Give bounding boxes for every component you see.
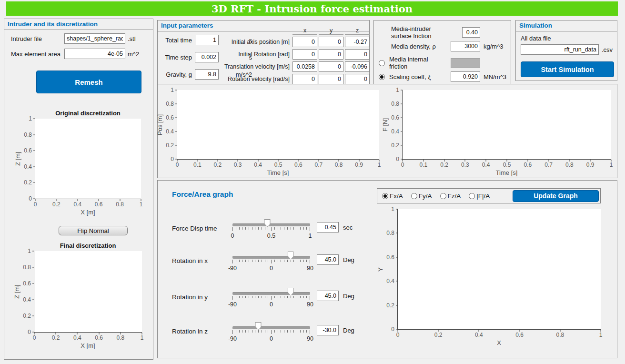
vector-value-input[interactable] xyxy=(292,61,317,72)
slider-tick xyxy=(265,296,265,298)
y-tick-mark xyxy=(401,104,403,104)
y-tick-mark xyxy=(32,283,34,284)
slider-tick xyxy=(306,260,307,262)
radio-option-fa[interactable]: |F|/A xyxy=(469,192,490,200)
slider-track[interactable] xyxy=(232,223,310,226)
slider-value-input[interactable] xyxy=(317,291,339,301)
vector-value-input[interactable] xyxy=(345,74,370,84)
vector-value-input[interactable] xyxy=(319,61,343,72)
slider-thumb[interactable] xyxy=(288,252,294,259)
surface-friction-label: Media-intruder surface friction xyxy=(391,25,447,40)
radio-fxa-icon[interactable] xyxy=(382,193,388,199)
vector-axis-header: x xyxy=(292,27,317,35)
y-tick-mark xyxy=(33,166,35,167)
vector-value-input[interactable] xyxy=(292,49,317,60)
slider-rotation-in-x[interactable]: -90090 xyxy=(232,253,310,271)
vector-value-input[interactable] xyxy=(319,37,343,47)
vector-value-input[interactable] xyxy=(319,74,343,84)
radio-option-fya[interactable]: Fy/A xyxy=(411,192,432,200)
slider-rotation-in-y[interactable]: -90090 xyxy=(232,289,310,307)
slider-tick xyxy=(291,296,291,298)
slider-tick xyxy=(278,260,278,262)
x-tick-label: 0.6 xyxy=(95,202,103,207)
slider-row-force-disp-time: Force Disp time00.51sec xyxy=(172,221,353,239)
panel-simulation: Simulation All data file .csv Start Simu… xyxy=(515,20,617,81)
start-simulation-button[interactable]: Start Simulation xyxy=(521,61,614,77)
remesh-button[interactable]: Remesh xyxy=(36,71,141,93)
slider-tick xyxy=(232,260,233,263)
x-tick-label: 1 xyxy=(140,202,143,207)
x-axis-label: Time [s] xyxy=(402,169,611,176)
vector-value-input[interactable] xyxy=(319,49,343,60)
y-tick-label: 0.4 xyxy=(23,297,31,303)
x-tick-label: 0.6 xyxy=(294,162,302,168)
radio-option-fza[interactable]: Fz/A xyxy=(440,192,461,200)
radio-fa-icon[interactable] xyxy=(469,193,475,199)
y-tick-label: 0.6 xyxy=(24,148,32,153)
slider-tick xyxy=(293,260,294,262)
x-tick-label: 0.6 xyxy=(95,335,103,341)
vector-value-input[interactable] xyxy=(292,74,317,84)
gravity-label: Gravity, g xyxy=(161,71,192,78)
slider-value-input[interactable] xyxy=(317,254,339,265)
media-density-input[interactable] xyxy=(451,41,480,51)
scaling-coeff-input[interactable] xyxy=(451,71,480,82)
y-axis-label: Pos [m] xyxy=(156,90,163,160)
vector-value-input[interactable] xyxy=(345,61,370,72)
scaling-coeff-radio[interactable] xyxy=(379,74,385,80)
plot-area: 00.20.40.60.8100.20.40.60.81 xyxy=(397,209,601,330)
vector-value-input[interactable] xyxy=(345,49,370,60)
y-tick-label: 0.8 xyxy=(391,101,399,107)
slider-rotation-in-z[interactable]: -90090 xyxy=(232,324,310,342)
slider-tick xyxy=(242,330,242,333)
x-tick-label: 0.8 xyxy=(556,332,564,338)
slider-tick xyxy=(281,330,281,333)
y-tick-mark xyxy=(396,281,398,282)
radio-fya-icon[interactable] xyxy=(411,193,417,199)
max-element-area-input[interactable] xyxy=(64,49,125,59)
slider-tick xyxy=(258,296,259,298)
slider-value-input[interactable] xyxy=(317,222,339,233)
slider-track[interactable] xyxy=(232,256,310,259)
slider-tick xyxy=(297,260,297,262)
panel-force-area: Force/Area graph Fx/AFy/AFz/A|F|/A Updat… xyxy=(157,180,617,358)
slider-thumb[interactable] xyxy=(288,288,294,295)
update-graph-button[interactable]: Update Graph xyxy=(513,190,599,202)
slider-tick xyxy=(265,330,265,333)
intruder-file-input[interactable] xyxy=(64,33,125,44)
slider-tick xyxy=(278,227,278,230)
slider-tick xyxy=(303,330,304,333)
surface-friction-input[interactable] xyxy=(462,27,480,38)
x-tick-label: 0.4 xyxy=(73,335,81,341)
slider-tick xyxy=(287,330,288,333)
force-radio-options: Fx/AFy/AFz/A|F|/A xyxy=(382,192,498,200)
slider-track[interactable] xyxy=(232,292,310,295)
slider-tick-marks xyxy=(232,330,310,334)
intruder-file-row: Intruder file .stl xyxy=(11,33,181,44)
vector-value-input[interactable] xyxy=(292,37,317,47)
slider-tick xyxy=(268,260,268,262)
surface-friction-row: Media-intruder surface friction xyxy=(379,25,507,37)
internal-friction-radio[interactable] xyxy=(379,60,385,66)
media-density-row: Media density, ρ kg/m^3 xyxy=(379,40,507,52)
x-tick-label: 1 xyxy=(599,332,603,338)
app-window: 3D RFT - Intrusion force estimation Intr… xyxy=(0,0,625,364)
slider-tick xyxy=(293,296,294,298)
vector-value-input[interactable] xyxy=(345,37,370,47)
vector-parameter-grid: xyzInitial axis position [m]Initial Rota… xyxy=(211,27,370,84)
radio-fza-icon[interactable] xyxy=(440,193,446,199)
slider-thumb[interactable] xyxy=(255,322,262,330)
slider-value-input[interactable] xyxy=(317,325,339,335)
radio-option-fxa[interactable]: Fx/A xyxy=(382,192,403,200)
slider-track[interactable] xyxy=(232,326,310,329)
slider-row-rotation-in-x: Rotation in x-90090Deg xyxy=(172,253,354,271)
slider-tick xyxy=(265,227,265,230)
slider-thumb[interactable] xyxy=(264,219,271,227)
scaling-coeff-row: Scaling coeff, ξ MN/m^3 xyxy=(379,71,507,82)
slider-tick-marks xyxy=(232,296,310,300)
max-area-label: Max element area xyxy=(11,51,64,58)
slider-force-disp-time[interactable]: 00.51 xyxy=(232,221,310,239)
slider-tick xyxy=(232,296,233,300)
all-data-file-input[interactable] xyxy=(521,44,599,55)
flip-normal-button[interactable]: Flip Normal xyxy=(59,226,128,235)
